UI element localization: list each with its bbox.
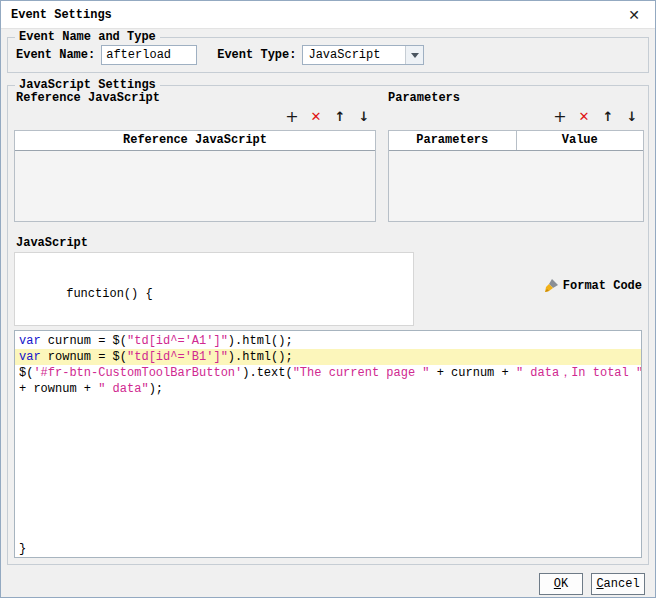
column-header: Value — [516, 131, 644, 150]
event-name-type-group: Event Name and Type Event Name: Event Ty… — [7, 37, 649, 73]
move-down-icon[interactable]: ↓ — [620, 105, 644, 127]
reference-toolbar: + ✕ ↑ ↓ — [280, 105, 376, 127]
format-code-label: Format Code — [563, 279, 642, 293]
javascript-settings-group-label: JavaScript Settings — [15, 78, 160, 92]
code-editor[interactable]: var curnum = $("td[id^='A1']").html();va… — [14, 330, 642, 558]
event-type-value: JavaScript — [308, 46, 380, 64]
code-line[interactable] — [15, 397, 641, 413]
parameters-table-body[interactable] — [389, 151, 643, 221]
move-up-icon[interactable]: ↑ — [596, 105, 620, 127]
parameters-table-header: Parameters Value — [389, 131, 643, 151]
code-line[interactable] — [15, 445, 641, 461]
move-down-icon[interactable]: ↓ — [352, 105, 376, 127]
event-name-type-group-label: Event Name and Type — [15, 30, 160, 44]
parameters-table: Parameters Value — [388, 130, 644, 222]
code-line[interactable]: } — [15, 541, 641, 557]
function-header-box: function() { — [14, 252, 414, 326]
reference-javascript-label: Reference JavaScript — [16, 91, 160, 105]
event-settings-dialog: Event Settings ✕ Event Name and Type Eve… — [0, 0, 656, 598]
chevron-down-icon[interactable] — [405, 46, 423, 64]
code-line[interactable]: + rownum + " data"); — [15, 381, 641, 397]
event-type-select[interactable]: JavaScript — [302, 45, 424, 65]
code-line[interactable] — [15, 413, 641, 429]
ok-button-label: OK — [554, 577, 568, 591]
reference-javascript-table-body[interactable] — [15, 151, 375, 221]
cancel-button-label: Cancel — [596, 577, 639, 591]
column-header: Reference JavaScript — [15, 131, 375, 150]
event-name-label: Event Name: — [16, 48, 95, 62]
code-line[interactable]: var rownum = $("td[id^='B1']").html(); — [15, 349, 641, 365]
event-name-type-row: Event Name: Event Type: JavaScript — [16, 45, 640, 65]
parameters-label: Parameters — [388, 91, 460, 105]
function-header-text: function() { — [66, 287, 152, 301]
event-name-input[interactable] — [101, 45, 197, 65]
parameters-toolbar: + ✕ ↑ ↓ — [548, 105, 644, 127]
add-icon[interactable]: + — [548, 105, 572, 127]
reference-javascript-table: Reference JavaScript — [14, 130, 376, 222]
code-line[interactable] — [15, 493, 641, 509]
titlebar: Event Settings ✕ — [1, 1, 655, 29]
brush-icon — [543, 278, 559, 294]
code-line[interactable] — [15, 477, 641, 493]
code-line[interactable]: var curnum = $("td[id^='A1']").html(); — [15, 333, 641, 349]
ok-button[interactable]: OK — [539, 573, 583, 595]
delete-icon[interactable]: ✕ — [572, 105, 596, 127]
code-line[interactable] — [15, 461, 641, 477]
add-icon[interactable]: + — [280, 105, 304, 127]
javascript-settings-group: JavaScript Settings Reference JavaScript… — [7, 85, 649, 565]
reference-javascript-table-header: Reference JavaScript — [15, 131, 375, 151]
close-icon[interactable]: ✕ — [617, 1, 651, 29]
code-line[interactable] — [15, 429, 641, 445]
format-code-button[interactable]: Format Code — [543, 276, 642, 296]
dialog-title: Event Settings — [11, 1, 112, 29]
code-line[interactable] — [15, 509, 641, 525]
code-line[interactable]: $('#fr-btn-CustomToolBarButton').text("T… — [15, 365, 641, 381]
event-type-label: Event Type: — [217, 48, 296, 62]
javascript-label: JavaScript — [16, 236, 88, 250]
delete-icon[interactable]: ✕ — [304, 105, 328, 127]
code-line[interactable] — [15, 525, 641, 541]
move-up-icon[interactable]: ↑ — [328, 105, 352, 127]
cancel-button[interactable]: Cancel — [591, 573, 645, 595]
column-header: Parameters — [389, 131, 516, 150]
